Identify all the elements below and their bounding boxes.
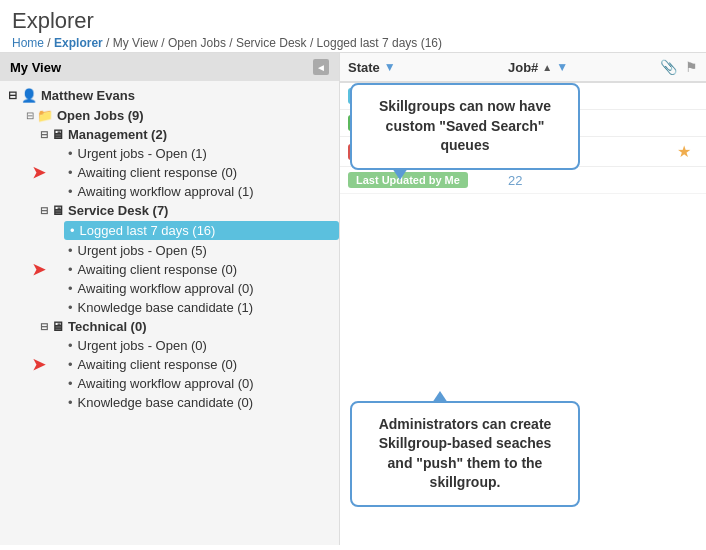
technical-icon: 🖥 (51, 319, 64, 334)
table-header: State ▼ Job# ▲ ▼ 📎 ⚑ (340, 53, 706, 83)
list-item[interactable]: • Urgent jobs - Open (0) (64, 336, 339, 355)
bullet-icon: • (68, 146, 73, 161)
cell-job: 22 (508, 173, 698, 188)
list-item[interactable]: • Awaiting workflow approval (0) (64, 374, 339, 393)
tree-user: ⊟ 👤 Matthew Evans (0, 85, 339, 106)
toggle-open-jobs[interactable]: ⊟ (26, 110, 34, 121)
list-item[interactable]: • Awaiting workflow approval (1) (64, 182, 339, 201)
management-children: • Urgent jobs - Open (1) ➤ • Awaiting cl… (36, 144, 339, 201)
bubble2-text: Administrators can create Skillgroup-bas… (379, 416, 552, 491)
jobnum-label: Job# (508, 60, 538, 75)
list-item[interactable]: • Awaiting workflow approval (0) (64, 279, 339, 298)
list-item[interactable]: • Knowledge base candidate (0) (64, 393, 339, 412)
list-item[interactable]: ➤ • Awaiting client response (0) (64, 355, 339, 374)
breadcrumb: Home / Explorer / My View / Open Jobs / … (12, 36, 694, 50)
cell-state: Last Updated by Me (348, 172, 508, 188)
breadcrumb-explorer[interactable]: Explorer (54, 36, 103, 50)
breadcrumb-home[interactable]: Home (12, 36, 44, 50)
service-desk-group: ⊟ 🖥 Service Desk (7) • Logged last 7 day… (22, 201, 339, 317)
bullet-icon: • (68, 243, 73, 258)
list-item[interactable]: • Knowledge base candidate (1) (64, 298, 339, 317)
bullet-icon: • (68, 357, 73, 372)
toggle-technical[interactable]: ⊟ (40, 321, 48, 332)
column-icons: 📎 ⚑ (660, 59, 698, 75)
minus-toggle-user[interactable]: ⊟ (8, 89, 17, 102)
leaf-label: Awaiting client response (0) (78, 262, 237, 277)
list-item-active[interactable]: • Logged last 7 days (16) (64, 221, 339, 240)
paperclip-icon[interactable]: 📎 (660, 59, 677, 75)
leaf-label: Knowledge base candidate (0) (78, 395, 254, 410)
page-title: Explorer (12, 8, 694, 34)
star-flag-icon[interactable]: ★ (677, 143, 691, 160)
service-desk-header: ⊟ 🖥 Service Desk (7) (36, 201, 339, 220)
bullet-icon: • (68, 262, 73, 277)
bullet-icon: • (68, 300, 73, 315)
bubble1-text: Skillgroups can now have custom "Saved S… (379, 98, 551, 153)
bullet-icon: • (68, 376, 73, 391)
user-icon: 👤 (21, 88, 37, 103)
leaf-label: Urgent jobs - Open (0) (78, 338, 207, 353)
content-area: State ▼ Job# ▲ ▼ 📎 ⚑ New Job 93 (340, 53, 706, 545)
red-arrow-icon: ➤ (32, 355, 45, 374)
management-header: ⊟ 🖥 Management (2) (36, 125, 339, 144)
state-filter-icon[interactable]: ▼ (384, 60, 396, 74)
service-desk-children: • Logged last 7 days (16) • Urgent jobs … (36, 221, 339, 317)
leaf-label: Awaiting workflow approval (0) (78, 376, 254, 391)
sidebar-title: My View (10, 60, 61, 75)
bullet-icon: • (68, 395, 73, 410)
toggle-management[interactable]: ⊟ (40, 129, 48, 140)
leaf-label: Awaiting client response (0) (78, 357, 237, 372)
tooltip-bubble-1: Skillgroups can now have custom "Saved S… (350, 83, 580, 170)
job-link[interactable]: 22 (508, 173, 522, 188)
column-jobnum: Job# ▲ ▼ (508, 60, 660, 75)
tooltip-bubble-2: Administrators can create Skillgroup-bas… (350, 401, 580, 507)
technical-group: ⊟ 🖥 Technical (0) • Urgent jobs - Open (… (22, 317, 339, 412)
leaf-label: Awaiting workflow approval (1) (78, 184, 254, 199)
technical-label: Technical (0) (68, 319, 147, 334)
list-item[interactable]: • Urgent jobs - Open (5) (64, 241, 339, 260)
column-state: State ▼ (348, 60, 508, 75)
leaf-label: Urgent jobs - Open (1) (78, 146, 207, 161)
leaf-label: Knowledge base candidate (1) (78, 300, 254, 315)
user-name: Matthew Evans (41, 88, 135, 103)
leaf-label: Awaiting client response (0) (78, 165, 237, 180)
jobnum-filter-icon[interactable]: ▼ (556, 60, 568, 74)
bullet-icon: • (68, 165, 73, 180)
service-desk-icon: 🖥 (51, 203, 64, 218)
service-desk-label: Service Desk (7) (68, 203, 168, 218)
sidebar-header: My View ◄ (0, 53, 339, 81)
breadcrumb-rest: My View / Open Jobs / Service Desk / Log… (113, 36, 442, 50)
open-jobs-group: ⊟ 📁 Open Jobs (9) (22, 106, 339, 125)
management-label: Management (2) (68, 127, 167, 142)
open-jobs-label: Open Jobs (9) (57, 108, 144, 123)
sort-asc-icon[interactable]: ▲ (542, 62, 552, 73)
flag-icon[interactable]: ⚑ (685, 59, 698, 75)
tree-section: ⊟ 👤 Matthew Evans ⊟ 📁 Open Jobs (9) ⊟ 🖥 … (0, 81, 339, 416)
state-label: State (348, 60, 380, 75)
toggle-service-desk[interactable]: ⊟ (40, 205, 48, 216)
bullet-icon: • (70, 223, 75, 238)
list-item[interactable]: ➤ • Awaiting client response (0) (64, 163, 339, 182)
technical-children: • Urgent jobs - Open (0) ➤ • Awaiting cl… (36, 336, 339, 412)
breadcrumb-sep1: / (47, 36, 50, 50)
list-item[interactable]: • Urgent jobs - Open (1) (64, 144, 339, 163)
management-group: ⊟ 🖥 Management (2) • Urgent jobs - Open … (22, 125, 339, 201)
leaf-label: Urgent jobs - Open (5) (78, 243, 207, 258)
cell-flag: ★ (670, 142, 698, 161)
technical-header: ⊟ 🖥 Technical (0) (36, 317, 339, 336)
sidebar: My View ◄ ⊟ 👤 Matthew Evans ⊟ 📁 Open Job… (0, 53, 340, 545)
management-icon: 🖥 (51, 127, 64, 142)
leaf-label: Awaiting workflow approval (0) (78, 281, 254, 296)
bullet-icon: • (68, 184, 73, 199)
leaf-label: Logged last 7 days (16) (80, 223, 216, 238)
red-arrow-icon: ➤ (32, 163, 45, 182)
list-item[interactable]: ➤ • Awaiting client response (0) (64, 260, 339, 279)
sidebar-collapse-button[interactable]: ◄ (313, 59, 329, 75)
bullet-icon: • (68, 281, 73, 296)
bullet-icon: • (68, 338, 73, 353)
red-arrow-icon: ➤ (32, 260, 45, 279)
folder-icon: 📁 (37, 108, 53, 123)
breadcrumb-sep2: / (106, 36, 109, 50)
open-jobs-section: ⊟ 📁 Open Jobs (9) ⊟ 🖥 Management (2) • (0, 106, 339, 412)
